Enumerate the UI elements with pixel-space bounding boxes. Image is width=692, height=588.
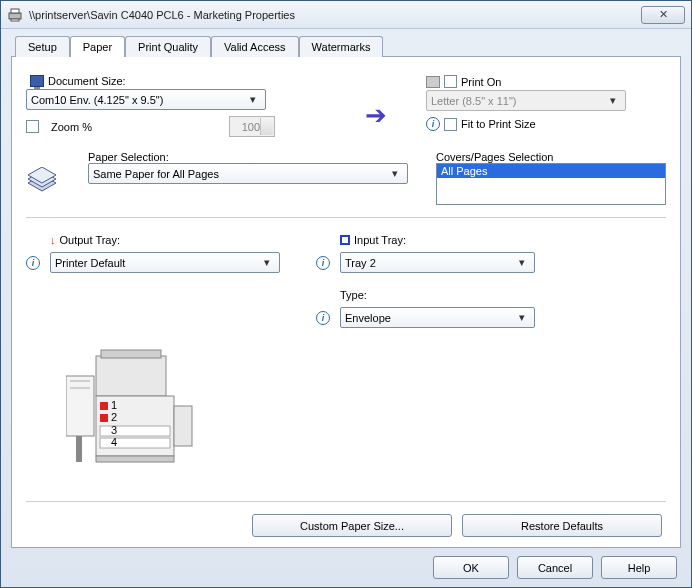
print-on-checkbox[interactable] <box>444 75 457 88</box>
svg-text:2: 2 <box>111 411 117 423</box>
custom-paper-size-button[interactable]: Custom Paper Size... <box>252 514 452 537</box>
divider <box>26 217 666 218</box>
svg-rect-9 <box>100 402 108 410</box>
print-on-combo: Letter (8.5" x 11") ▾ <box>426 90 626 111</box>
tab-watermarks[interactable]: Watermarks <box>299 36 384 57</box>
paper-selection-value: Same Paper for All Pages <box>93 168 219 180</box>
paper-selection-label: Paper Selection: <box>88 151 169 163</box>
chevron-down-icon: ▾ <box>514 311 530 324</box>
svg-rect-22 <box>174 406 192 446</box>
svg-rect-2 <box>11 19 19 21</box>
input-tray-value: Tray 2 <box>345 257 376 269</box>
output-tray-combo[interactable]: Printer Default ▾ <box>50 252 280 273</box>
document-size-value: Com10 Env. (4.125" x 9.5") <box>31 94 163 106</box>
output-tray-value: Printer Default <box>55 257 125 269</box>
restore-defaults-button[interactable]: Restore Defaults <box>462 514 662 537</box>
document-size-combo[interactable]: Com10 Env. (4.125" x 9.5") ▾ <box>26 89 266 110</box>
svg-rect-1 <box>11 9 19 13</box>
fit-checkbox[interactable] <box>444 118 457 131</box>
fit-label: Fit to Print Size <box>461 118 536 130</box>
zoom-label: Zoom % <box>51 121 221 133</box>
zoom-checkbox[interactable] <box>26 120 39 133</box>
printer-small-icon <box>426 76 440 88</box>
svg-rect-17 <box>96 456 174 462</box>
info-icon[interactable]: i <box>26 256 40 270</box>
chevron-down-icon: ▾ <box>245 93 261 106</box>
titlebar: \\printserver\Savin C4040 PCL6 - Marketi… <box>1 1 691 29</box>
info-icon[interactable]: i <box>316 256 330 270</box>
covers-listbox[interactable]: All Pages <box>436 163 666 205</box>
type-label: Type: <box>340 289 367 301</box>
svg-text:4: 4 <box>111 436 117 448</box>
help-button[interactable]: Help <box>601 556 677 579</box>
covers-label: Covers/Pages Selection <box>436 151 553 163</box>
chevron-down-icon: ▾ <box>605 94 621 107</box>
svg-rect-0 <box>9 13 21 19</box>
type-combo[interactable]: Envelope ▾ <box>340 307 535 328</box>
svg-text:1: 1 <box>111 399 117 411</box>
printer-illustration: 1 2 3 4 <box>66 346 206 476</box>
tab-paper[interactable]: Paper <box>70 36 125 57</box>
chevron-down-icon: ▾ <box>514 256 530 269</box>
window-title: \\printserver\Savin C4040 PCL6 - Marketi… <box>29 9 641 21</box>
input-tray-label: Input Tray: <box>354 234 406 246</box>
tab-print-quality[interactable]: Print Quality <box>125 36 211 57</box>
tab-setup[interactable]: Setup <box>15 36 70 57</box>
divider <box>26 501 666 502</box>
close-button[interactable]: ✕ <box>641 6 685 24</box>
covers-selected[interactable]: All Pages <box>437 164 665 178</box>
input-tray-combo[interactable]: Tray 2 ▾ <box>340 252 535 273</box>
cancel-button[interactable]: Cancel <box>517 556 593 579</box>
zoom-spinner: 100 <box>229 116 275 137</box>
print-on-value: Letter (8.5" x 11") <box>431 95 516 107</box>
tab-strip: Setup Paper Print Quality Valid Access W… <box>15 35 681 56</box>
svg-text:3: 3 <box>111 424 117 436</box>
close-icon: ✕ <box>659 8 668 21</box>
chevron-down-icon: ▾ <box>387 167 403 180</box>
dialog-footer: OK Cancel Help <box>11 548 681 579</box>
paper-stack-icon <box>26 167 58 199</box>
document-size-label: Document Size: <box>48 75 126 87</box>
svg-rect-6 <box>96 356 166 396</box>
paper-panel: Document Size: Com10 Env. (4.125" x 9.5"… <box>11 56 681 548</box>
chevron-down-icon: ▾ <box>259 256 275 269</box>
svg-rect-18 <box>66 376 94 436</box>
svg-rect-7 <box>101 350 161 358</box>
output-tray-label: Output Tray: <box>60 234 121 246</box>
printer-icon <box>7 7 23 23</box>
svg-rect-11 <box>100 414 108 422</box>
info-icon[interactable]: i <box>426 117 440 131</box>
square-blue-icon <box>340 235 350 245</box>
info-icon[interactable]: i <box>316 311 330 325</box>
print-on-label: Print On <box>461 76 501 88</box>
tab-valid-access[interactable]: Valid Access <box>211 36 299 57</box>
ok-button[interactable]: OK <box>433 556 509 579</box>
arrow-down-red-icon: ↓ <box>50 234 56 246</box>
paper-selection-combo[interactable]: Same Paper for All Pages ▾ <box>88 163 408 184</box>
monitor-icon <box>30 75 44 87</box>
content-area: Setup Paper Print Quality Valid Access W… <box>1 29 691 587</box>
properties-dialog: \\printserver\Savin C4040 PCL6 - Marketi… <box>0 0 692 588</box>
arrow-right-icon: ➔ <box>365 100 387 131</box>
svg-rect-21 <box>76 436 82 462</box>
type-value: Envelope <box>345 312 391 324</box>
